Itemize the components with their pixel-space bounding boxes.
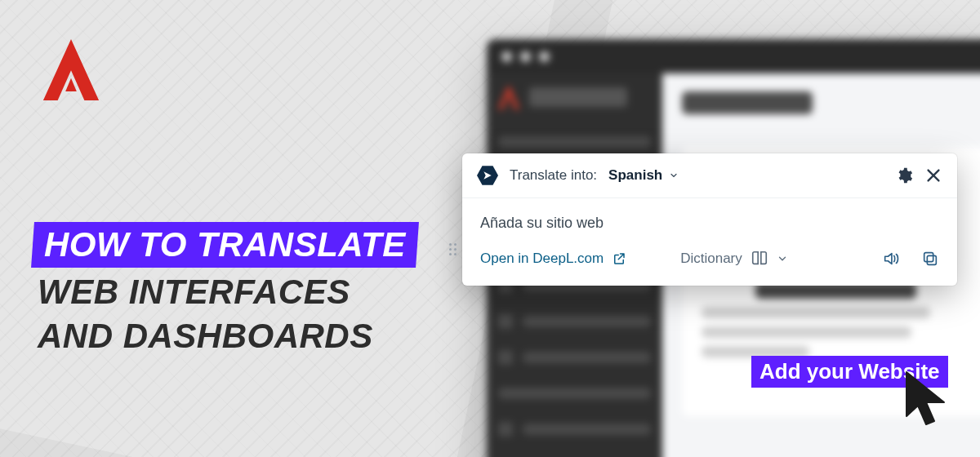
gear-icon bbox=[895, 166, 913, 184]
page-title-blur bbox=[682, 91, 813, 114]
speaker-icon bbox=[882, 249, 900, 268]
headline-line-3: AND DASHBOARDS bbox=[33, 317, 417, 356]
headline-line-1-highlight: HOW TO TRANSLATE bbox=[31, 222, 419, 268]
audio-button[interactable] bbox=[882, 250, 900, 268]
window-titlebar bbox=[487, 39, 980, 73]
copy-icon bbox=[921, 250, 939, 268]
open-in-deepl-link[interactable]: Open in DeepL.com bbox=[480, 251, 626, 267]
promo-graphic-canvas: HOW TO TRANSLATE WEB INTERFACES AND DASH… bbox=[0, 0, 980, 457]
copy-button[interactable] bbox=[921, 250, 939, 268]
popup-footer: Open in DeepL.com Dictionary bbox=[462, 238, 957, 286]
close-button[interactable] bbox=[924, 166, 942, 184]
chevron-down-icon bbox=[777, 253, 788, 264]
external-link-icon bbox=[612, 251, 626, 266]
settings-button[interactable] bbox=[895, 166, 913, 184]
sidebar-brand bbox=[498, 85, 651, 109]
window-dot-max bbox=[539, 51, 550, 62]
translate-popup: Translate into: Spanish Añada su sitio w… bbox=[462, 153, 957, 286]
headline: HOW TO TRANSLATE WEB INTERFACES AND DASH… bbox=[33, 222, 417, 357]
target-language-value: Spanish bbox=[608, 167, 662, 184]
popup-header: Translate into: Spanish bbox=[462, 153, 957, 198]
translate-into-label: Translate into: bbox=[510, 167, 597, 184]
window-dot-close bbox=[501, 51, 512, 62]
close-icon bbox=[924, 166, 942, 184]
svg-rect-1 bbox=[924, 253, 933, 262]
deepl-logo-icon bbox=[477, 165, 498, 186]
window-dot-min bbox=[520, 51, 531, 62]
drag-handle-icon[interactable] bbox=[449, 243, 459, 260]
headline-line-2: WEB INTERFACES bbox=[33, 273, 417, 312]
book-icon bbox=[751, 250, 768, 268]
brand-logo-a bbox=[42, 39, 100, 100]
translation-result: Añada su sitio web bbox=[462, 198, 957, 238]
chevron-down-icon bbox=[669, 171, 679, 180]
mouse-cursor-icon bbox=[905, 370, 954, 428]
target-language-selector[interactable]: Spanish bbox=[608, 167, 679, 184]
svg-rect-0 bbox=[927, 255, 936, 264]
dictionary-button[interactable]: Dictionary bbox=[680, 250, 788, 268]
